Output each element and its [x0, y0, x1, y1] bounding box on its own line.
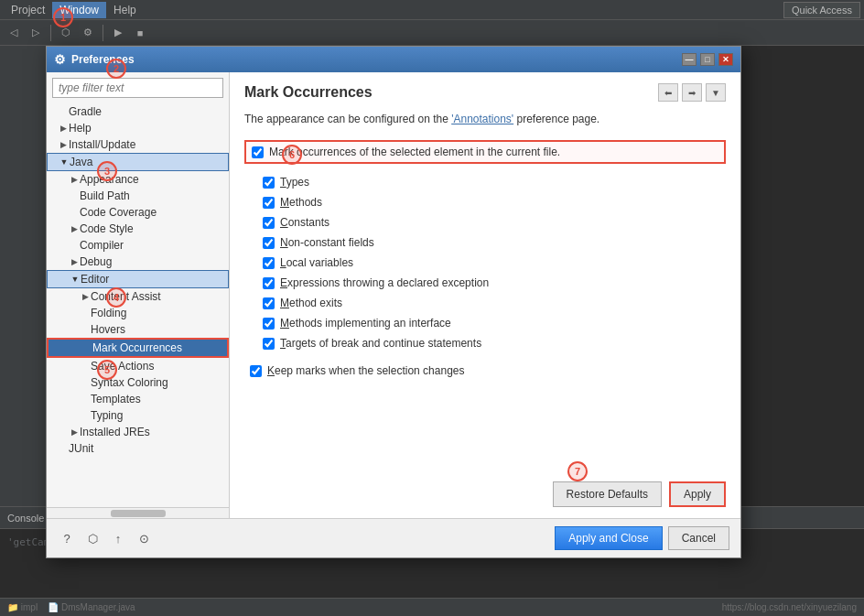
minimize-button[interactable]: —: [682, 53, 697, 66]
tree-item-help[interactable]: ▶ Help: [47, 120, 229, 136]
annotation-2: 2: [106, 59, 126, 79]
tree-label-templates: Templates: [91, 393, 141, 405]
checkbox-types[interactable]: [263, 177, 275, 189]
checkbox-row-nonconstant: Non-constant fields: [244, 233, 726, 252]
apply-button[interactable]: Apply: [669, 481, 726, 507]
cb-label-types: Types: [280, 176, 309, 189]
annotations-link[interactable]: 'Annotations': [451, 113, 513, 125]
cb-label-targets: Targets of break and continue statements: [280, 337, 481, 350]
checkbox-localvars[interactable]: [263, 257, 275, 269]
toolbar-btn-1[interactable]: ◁: [4, 23, 24, 43]
tree-item-codecoverage[interactable]: Code Coverage: [47, 204, 229, 221]
toolbar-btn-4[interactable]: ⚙: [78, 23, 98, 43]
checkbox-methods[interactable]: [263, 197, 275, 209]
nav-back-button[interactable]: ⬅: [658, 83, 678, 102]
tree-label-installedjres: Installed JREs: [80, 426, 150, 438]
nav-forward-button[interactable]: ➡: [682, 83, 702, 102]
annotation-7: 7: [567, 461, 588, 481]
arrow-codecoverage: [69, 207, 80, 218]
checkbox-row-methodexit: Method exits: [244, 294, 726, 312]
tree-item-folding[interactable]: Folding: [47, 305, 229, 321]
content-header: Mark Occurrences ⬅ ➡ ▼: [244, 83, 726, 102]
checkbox-targets[interactable]: [263, 338, 275, 350]
arrow-sa: [80, 361, 91, 372]
arrow-install: ▶: [58, 139, 69, 150]
tree-item-templates[interactable]: Templates: [47, 391, 229, 407]
tree-item-gradle[interactable]: Gradle: [47, 103, 229, 120]
tree-item-java[interactable]: ▼ Java: [47, 153, 229, 171]
tree-item-hovers[interactable]: Hovers: [47, 321, 229, 338]
console-label: Console: [7, 513, 44, 524]
checkbox-row-keepmarks: Keep marks when the selection changes: [244, 362, 726, 380]
nav-arrows: ⬅ ➡ ▼: [658, 83, 726, 102]
tree-item-compiler[interactable]: Compiler: [47, 237, 229, 254]
toolbar-btn-6[interactable]: ■: [130, 23, 150, 43]
tree-scrollbar[interactable]: [47, 507, 229, 518]
tree-item-buildpath[interactable]: Build Path: [47, 188, 229, 204]
tree-item-saveactions[interactable]: Save Actions: [47, 358, 229, 374]
maximize-button[interactable]: □: [700, 53, 715, 66]
arrow-compiler: [69, 240, 80, 251]
checkbox-row-types: Types: [244, 173, 726, 191]
quick-access-button[interactable]: Quick Access: [783, 2, 860, 18]
tree-container: Gradle ▶ Help ▶ Install/Update ▼: [47, 103, 229, 507]
toolbar-btn-5[interactable]: ▶: [108, 23, 128, 43]
tree-item-syntaxcoloring[interactable]: Syntax Coloring: [47, 374, 229, 391]
info-icon[interactable]: ⊙: [135, 529, 153, 547]
tree-item-typing[interactable]: Typing: [47, 407, 229, 424]
desc-suffix: preference page.: [513, 113, 599, 125]
tree-item-appearance[interactable]: ▶ Appearance: [47, 171, 229, 188]
menu-help[interactable]: Help: [106, 2, 144, 18]
tree-label-compiler: Compiler: [80, 239, 124, 252]
tree-label-folding: Folding: [91, 307, 126, 319]
arrow-debug: ▶: [69, 256, 80, 267]
tree-item-install[interactable]: ▶ Install/Update: [47, 136, 229, 153]
apply-close-button[interactable]: Apply and Close: [555, 526, 662, 550]
tree-item-junit[interactable]: JUnit: [47, 440, 229, 457]
checkbox-constants[interactable]: [263, 217, 275, 229]
checkbox-keepmarks[interactable]: [250, 365, 262, 377]
content-title: Mark Occurrences: [244, 84, 373, 101]
toolbar: ◁ ▷ ⬡ ⚙ ▶ ■: [0, 20, 864, 46]
import-icon[interactable]: ↑: [109, 529, 127, 547]
annotation-1: 1: [53, 7, 73, 27]
tree-label-junit: JUnit: [69, 442, 93, 455]
restore-defaults-button[interactable]: Restore Defaults: [553, 481, 662, 507]
tree-item-contentassist[interactable]: ▶ Content Assist: [47, 288, 229, 305]
toolbar-separator-1: [50, 25, 51, 41]
toolbar-btn-2[interactable]: ▷: [26, 23, 46, 43]
tree-item-markoccurrences[interactable]: Mark Occurrences: [47, 338, 229, 358]
dialog-body: Gradle ▶ Help ▶ Install/Update ▼: [47, 72, 740, 518]
footer-icons: ? ⬡ ↑ ⊙: [58, 529, 153, 547]
tree-item-debug[interactable]: ▶ Debug: [47, 254, 229, 270]
checkbox-implementing[interactable]: [263, 318, 275, 330]
tree-item-installedjres[interactable]: ▶ Installed JREs: [47, 424, 229, 440]
tree-panel: Gradle ▶ Help ▶ Install/Update ▼: [47, 72, 230, 518]
cancel-button[interactable]: Cancel: [668, 526, 729, 550]
checkbox-row-constants: Constants: [244, 213, 726, 232]
export-icon[interactable]: ⬡: [83, 529, 102, 547]
cb-label-methodexit: Method exits: [280, 297, 342, 309]
arrow-java: ▼: [59, 157, 70, 168]
arrow-installedjres: ▶: [69, 427, 80, 438]
tree-item-codestyle[interactable]: ▶ Code Style: [47, 221, 229, 237]
arrow-appearance: ▶: [69, 174, 80, 185]
annotation-6: 6: [282, 145, 302, 165]
menu-bar: Project Window Help Quick Access: [0, 0, 864, 20]
cb-label-nonconstant: Non-constant fields: [280, 236, 374, 249]
nav-menu-button[interactable]: ▼: [706, 83, 726, 102]
help-icon[interactable]: ?: [58, 529, 76, 547]
arrow-typing: [80, 410, 91, 421]
cb-label-methods: Methods: [280, 196, 322, 209]
close-button[interactable]: ✕: [718, 53, 733, 66]
tree-label-codecoverage: Code Coverage: [80, 206, 157, 219]
checkbox-expressions[interactable]: [263, 277, 275, 289]
dialog-titlebar: ⚙ Preferences — □ ✕: [47, 47, 740, 72]
filter-input[interactable]: [52, 78, 223, 98]
menu-project[interactable]: Project: [4, 2, 52, 18]
checkbox-methodexit[interactable]: [263, 297, 275, 309]
tree-item-editor[interactable]: ▼ Editor: [47, 270, 229, 288]
main-checkbox[interactable]: [252, 146, 264, 158]
tree-label-typing: Typing: [91, 409, 123, 422]
checkbox-nonconstant[interactable]: [263, 237, 275, 249]
